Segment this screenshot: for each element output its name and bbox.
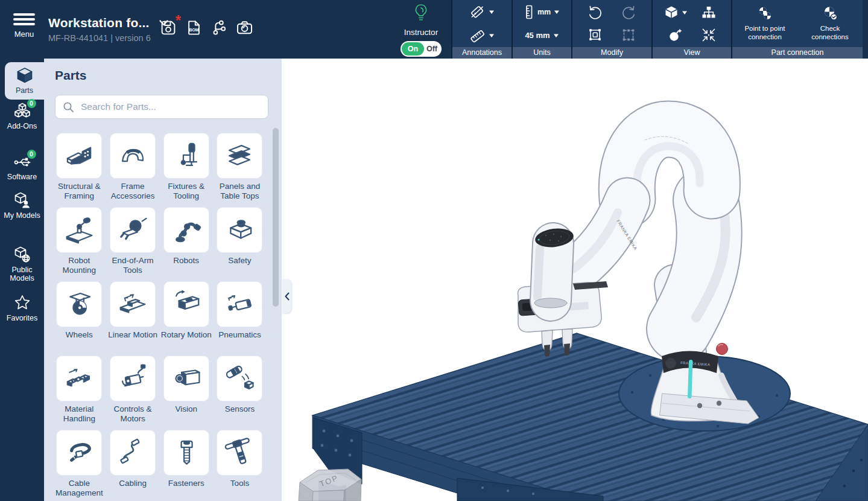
chevron-left-icon: [285, 292, 290, 301]
modify-group-label: Modify: [572, 47, 651, 59]
versions-button[interactable]: [209, 18, 229, 39]
cable-management-icon: [63, 436, 95, 469]
category-fasteners[interactable]: Fasteners: [159, 430, 213, 501]
robot-mounting-icon: [63, 214, 95, 246]
wheels-icon: [63, 288, 95, 321]
caret-down-icon: [553, 33, 559, 38]
safety-icon: [223, 214, 256, 246]
search-input[interactable]: [80, 101, 261, 113]
menu-button[interactable]: Menu: [11, 13, 37, 39]
3d-viewport[interactable]: TOP FRANKA EMIKA: [282, 59, 868, 501]
category-frame-accessories[interactable]: Frame Accessories: [106, 133, 160, 207]
sidebar-item-add-ons[interactable]: 0 Add-Ons: [0, 102, 44, 130]
category-robot-mounting[interactable]: Robot Mounting: [52, 207, 106, 281]
structural-framing-icon: [63, 139, 95, 172]
material-handling-icon: [63, 362, 95, 395]
end-of-arm-tools-icon: [116, 214, 149, 246]
category-fixtures-tooling[interactable]: Fixtures & Tooling: [159, 133, 213, 207]
category-structural-framing[interactable]: Structural & Framing: [52, 133, 106, 207]
instructor-toggle[interactable]: On Off: [401, 41, 442, 57]
add-ons-badge: 0: [27, 99, 36, 108]
category-panels-table-tops[interactable]: Panels and Table Tops: [213, 133, 267, 207]
center-view-icon: [701, 27, 717, 43]
group-button[interactable]: [621, 27, 636, 43]
tools-icon: [223, 436, 256, 469]
group-selection-icon: [621, 27, 636, 43]
sidebar-item-label: Public Models: [0, 266, 44, 283]
project-title-block[interactable]: Workstation fo... MF-RB-441041 | version…: [48, 16, 168, 43]
category-material-handling[interactable]: Material Handling: [52, 356, 106, 430]
category-cabling[interactable]: Cabling: [106, 430, 160, 501]
toggle-on[interactable]: On: [402, 42, 424, 56]
parts-search[interactable]: [55, 95, 268, 119]
snapshot-button[interactable]: [234, 18, 255, 39]
part-connection-group-label: Part connection: [732, 47, 863, 59]
view-cube[interactable]: TOP: [299, 469, 361, 501]
panel-scrollbar-thumb[interactable]: [273, 128, 279, 307]
explode-view-button[interactable]: [668, 27, 683, 43]
parts-cube-icon: [16, 66, 34, 85]
category-sensors[interactable]: Sensors: [213, 356, 267, 430]
point-to-point-label: Point to point connection: [736, 25, 794, 42]
units-group: mm 45 mm Units: [513, 0, 571, 59]
check-connections-label: Check connections: [801, 25, 859, 42]
ruler-mm-icon: [524, 4, 534, 20]
project-title: Workstation fo...: [48, 16, 150, 30]
panels-table-tops-icon: [223, 139, 256, 172]
undo-button[interactable]: [588, 5, 603, 21]
panel-collapse-handle[interactable]: [282, 279, 291, 313]
sidebar-item-my-models[interactable]: My Models: [0, 191, 44, 220]
units-ruler-button[interactable]: mm: [513, 0, 571, 24]
sidebar-item-label: Add-Ons: [7, 122, 37, 130]
view-group-label: View: [653, 47, 731, 59]
linear-motion-icon: [116, 288, 149, 321]
category-robots[interactable]: Robots: [159, 207, 213, 281]
sidebar-item-software[interactable]: 0 Software: [0, 153, 44, 181]
category-rotary-motion[interactable]: Rotary Motion: [159, 281, 213, 356]
category-tools[interactable]: Tools: [213, 430, 267, 501]
category-cable-management[interactable]: Cable Management: [52, 430, 106, 501]
rotary-motion-icon: [170, 288, 203, 321]
annotation-label-button[interactable]: [452, 0, 512, 24]
view-group: View: [653, 0, 731, 59]
category-end-of-arm-tools[interactable]: End-of-Arm Tools: [106, 207, 160, 281]
category-linear-motion[interactable]: Linear Motion: [106, 281, 160, 356]
instructor-block: Instructor On Off: [393, 2, 449, 57]
check-connections-button[interactable]: Check connections: [797, 0, 863, 47]
zoom-fit-button[interactable]: [701, 27, 717, 43]
point-to-point-connection-button[interactable]: Point to point connection: [732, 0, 797, 47]
hierarchy-button[interactable]: [701, 5, 717, 21]
view-orientation-button[interactable]: [664, 5, 688, 21]
redo-button[interactable]: [621, 5, 636, 21]
part-connection-group: Point to point connection Check connecti…: [732, 0, 863, 59]
category-vision[interactable]: Vision: [159, 356, 213, 430]
bom-button[interactable]: BOM: [183, 18, 204, 39]
3d-scene: TOP FRANKA EMIKA: [282, 59, 868, 501]
fasteners-icon: [170, 436, 203, 469]
annotation-measure-button[interactable]: [452, 24, 512, 47]
public-models-icon: [13, 246, 31, 264]
save-icon: [159, 19, 177, 37]
sidebar-item-favorites[interactable]: Favorites: [0, 294, 44, 322]
cabling-icon: [116, 436, 149, 469]
sensors-icon: [223, 362, 256, 395]
toggle-off[interactable]: Off: [426, 41, 437, 57]
search-icon: [63, 101, 74, 113]
lightbulb-icon: [413, 2, 429, 24]
ruler-icon: [469, 28, 486, 43]
save-button[interactable]: *: [158, 18, 179, 39]
camera-icon: [235, 19, 255, 37]
unsaved-indicator: *: [176, 12, 181, 29]
sidebar-item-public-models[interactable]: Public Models: [0, 246, 44, 283]
sidebar-item-label: My Models: [4, 211, 40, 220]
units-value-dropdown[interactable]: 45 mm: [513, 24, 571, 47]
controls-motors-icon: [116, 362, 149, 395]
sidebar-item-label: Software: [7, 173, 37, 181]
annotations-group: Annotations: [452, 0, 512, 59]
category-pneumatics[interactable]: Pneumatics: [213, 281, 267, 356]
sidebar-item-parts[interactable]: Parts: [5, 62, 44, 100]
duplicate-button[interactable]: [588, 27, 603, 43]
category-controls-motors[interactable]: Controls & Motors: [106, 356, 160, 430]
category-wheels[interactable]: Wheels: [52, 281, 106, 356]
category-safety[interactable]: Safety: [213, 207, 267, 281]
